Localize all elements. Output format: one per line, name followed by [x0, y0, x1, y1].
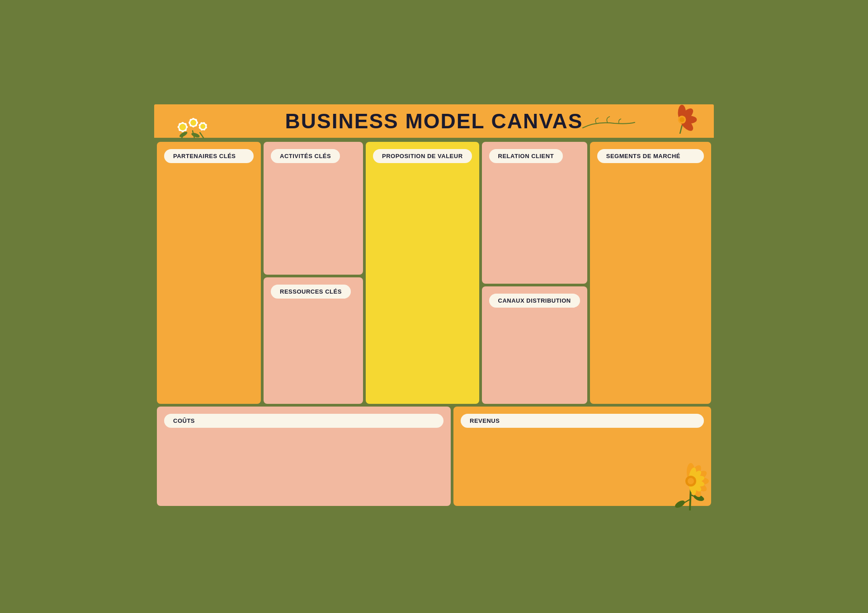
- canvas-wrapper: BUSINESS MODEL CANVAS PARTENAIRES: [145, 95, 723, 518]
- cell-couts: COÛTS: [157, 407, 451, 506]
- cell-ressources: RESSOURCES CLÉS: [264, 277, 363, 404]
- cell-revenus: REVENUS: [453, 407, 711, 506]
- cell-partenaires: PARTENAIRES CLÉS: [157, 142, 261, 404]
- twig-decoration: [578, 114, 637, 132]
- canvas-header: BUSINESS MODEL CANVAS: [153, 103, 715, 139]
- label-ressources: RESSOURCES CLÉS: [271, 285, 351, 299]
- svg-point-19: [200, 124, 205, 129]
- bottom-right-flower: [673, 447, 709, 510]
- svg-point-14: [190, 120, 196, 126]
- label-partenaires: PARTENAIRES CLÉS: [164, 149, 254, 163]
- cell-activites: ACTIVITÉS CLÉS: [264, 142, 363, 275]
- label-canaux: CANAUX DISTRIBUTION: [489, 294, 580, 308]
- label-segments: SEGMENTS DE MARCHÉ: [597, 149, 704, 163]
- svg-point-26: [679, 117, 684, 122]
- cell-proposition: PROPOSITION DE VALEUR: [366, 142, 479, 404]
- right-flower-decoration: [657, 98, 703, 134]
- svg-line-2: [200, 133, 203, 138]
- col-relation-wrapper: RELATION CLIENT CANAUX DISTRIBUTION: [482, 142, 587, 404]
- left-flower-decoration: [163, 95, 222, 140]
- label-activites: ACTIVITÉS CLÉS: [271, 149, 340, 163]
- canvas-top-row: PARTENAIRES CLÉS ACTIVITÉS CLÉS RESSOURC…: [157, 142, 711, 404]
- cell-relation: RELATION CLIENT: [482, 142, 587, 284]
- page-title: BUSINESS MODEL CANVAS: [285, 109, 583, 133]
- canvas-bottom-row: COÛTS REVENUS: [157, 407, 711, 506]
- svg-point-45: [688, 478, 694, 484]
- canvas-body: PARTENAIRES CLÉS ACTIVITÉS CLÉS RESSOURC…: [153, 139, 715, 510]
- label-couts: COÛTS: [164, 414, 443, 428]
- col-activites-wrapper: ACTIVITÉS CLÉS RESSOURCES CLÉS: [264, 142, 363, 404]
- svg-point-9: [179, 124, 186, 131]
- label-relation: RELATION CLIENT: [489, 149, 563, 163]
- cell-segments: SEGMENTS DE MARCHÉ: [590, 142, 711, 404]
- svg-point-4: [191, 132, 200, 138]
- cell-canaux: CANAUX DISTRIBUTION: [482, 286, 587, 404]
- svg-line-20: [680, 126, 682, 134]
- label-revenus: REVENUS: [461, 414, 704, 428]
- svg-point-30: [674, 499, 686, 509]
- label-proposition: PROPOSITION DE VALEUR: [373, 149, 472, 163]
